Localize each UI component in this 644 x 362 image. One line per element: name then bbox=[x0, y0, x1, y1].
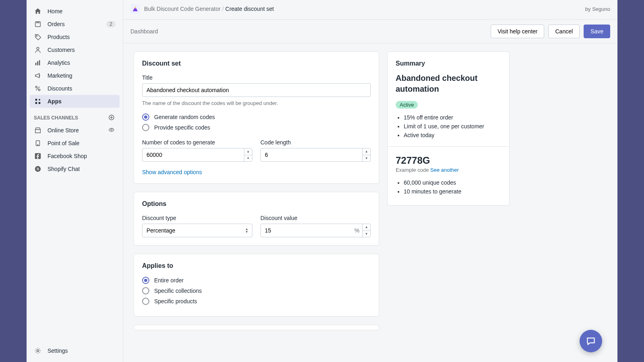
radio-provide-specific[interactable]: Provide specific codes bbox=[142, 124, 371, 131]
content: Discount set Title The name of the disco… bbox=[123, 43, 617, 362]
nav-settings[interactable]: Settings bbox=[30, 344, 120, 357]
nav-analytics[interactable]: Analytics bbox=[30, 56, 120, 69]
breadcrumb-page: Create discount set bbox=[225, 6, 274, 12]
save-button[interactable]: Save bbox=[584, 25, 610, 38]
radio-specific-products[interactable]: Specific products bbox=[142, 298, 371, 305]
add-channel-icon[interactable] bbox=[108, 114, 116, 121]
see-another-link[interactable]: See another bbox=[430, 167, 459, 173]
svg-point-12 bbox=[111, 129, 112, 131]
nav-discounts[interactable]: Discounts bbox=[30, 82, 120, 95]
example-code-label-text: Example code bbox=[396, 167, 429, 173]
example-code: 72778G bbox=[396, 155, 501, 166]
summary-heading: Summary bbox=[396, 60, 501, 67]
svg-rect-5 bbox=[39, 60, 40, 66]
nav-label: Analytics bbox=[47, 60, 70, 66]
actionbar: Dashboard Visit help center Cancel Save bbox=[123, 20, 617, 43]
breadcrumb-app[interactable]: Bulk Discount Code Generator bbox=[144, 6, 221, 12]
discount-set-card: Discount set Title The name of the disco… bbox=[134, 51, 379, 184]
summary-item: 60,000 unique codes bbox=[404, 179, 501, 186]
nav-label: Home bbox=[47, 8, 62, 14]
svg-point-1 bbox=[36, 35, 37, 36]
chat-bubble-icon bbox=[586, 336, 596, 346]
stepper-up-icon[interactable]: ▲ bbox=[244, 148, 252, 155]
help-fab[interactable] bbox=[580, 330, 602, 352]
section-title-text: SALES CHANNELS bbox=[34, 115, 78, 121]
home-icon bbox=[34, 7, 42, 15]
stepper-up-icon[interactable]: ▲ bbox=[363, 148, 370, 155]
num-codes-label: Number of codes to generate bbox=[142, 139, 252, 146]
svg-point-7 bbox=[39, 89, 40, 91]
svg-point-14 bbox=[37, 144, 38, 145]
stepper-up-icon[interactable]: ▲ bbox=[363, 224, 370, 231]
code-length-input[interactable] bbox=[260, 148, 371, 162]
app-logo-icon bbox=[130, 4, 140, 14]
nav-label: Shopify Chat bbox=[47, 166, 80, 172]
breadcrumb-separator: / bbox=[222, 6, 224, 12]
summary-item: 10 minutes to generate bbox=[404, 188, 501, 195]
main: Bulk Discount Code Generator / Create di… bbox=[123, 0, 617, 362]
tag-icon bbox=[34, 33, 42, 41]
nav-label: Settings bbox=[47, 348, 68, 354]
nav-orders[interactable]: Orders 2 bbox=[30, 18, 120, 31]
stepper-down-icon[interactable]: ▼ bbox=[363, 231, 370, 237]
num-codes-input[interactable] bbox=[142, 148, 252, 162]
megaphone-icon bbox=[34, 72, 42, 80]
nav-customers[interactable]: Customers bbox=[30, 43, 120, 56]
summary-item: Active today bbox=[404, 132, 501, 138]
dashboard-link[interactable]: Dashboard bbox=[130, 28, 158, 35]
discount-value-input[interactable] bbox=[260, 224, 371, 237]
radio-entire-order[interactable]: Entire order bbox=[142, 277, 371, 284]
orders-badge: 2 bbox=[106, 21, 116, 27]
advanced-options-link[interactable]: Show advanced options bbox=[142, 169, 202, 175]
svg-point-2 bbox=[37, 47, 39, 50]
nav-products[interactable]: Products bbox=[30, 31, 120, 43]
cancel-button[interactable]: Cancel bbox=[548, 25, 580, 38]
svg-point-20 bbox=[134, 7, 136, 8]
summary-card: Summary Abandoned checkout automation Ac… bbox=[387, 51, 510, 206]
svg-point-18 bbox=[37, 350, 39, 352]
svg-rect-4 bbox=[37, 61, 38, 65]
orders-icon bbox=[34, 20, 42, 28]
applies-to-heading: Applies to bbox=[142, 262, 371, 269]
gear-icon bbox=[34, 347, 42, 355]
svg-rect-8 bbox=[35, 99, 37, 101]
help-center-button[interactable]: Visit help center bbox=[491, 25, 544, 38]
code-length-label: Code length bbox=[260, 139, 371, 146]
radio-specific-collections[interactable]: Specific collections bbox=[142, 287, 371, 294]
code-length-stepper: ▲ ▼ bbox=[362, 148, 370, 161]
radio-label: Entire order bbox=[154, 277, 184, 284]
radio-icon bbox=[142, 113, 149, 121]
stepper-down-icon[interactable]: ▼ bbox=[244, 155, 252, 162]
summary-title: Abandoned checkout automation bbox=[396, 73, 501, 95]
nav-label: Online Store bbox=[47, 127, 79, 134]
summary-list-a: 15% off entire order Limit of 1 use, one… bbox=[396, 114, 501, 138]
summary-item: Limit of 1 use, one per customer bbox=[404, 123, 501, 130]
facebook-icon bbox=[34, 152, 42, 160]
nav-home[interactable]: Home bbox=[30, 5, 120, 18]
title-input[interactable] bbox=[142, 83, 371, 97]
eye-icon[interactable] bbox=[108, 127, 116, 134]
discount-set-heading: Discount set bbox=[142, 60, 371, 67]
nav-label: Apps bbox=[47, 98, 62, 105]
channel-facebook[interactable]: Facebook Shop bbox=[30, 150, 120, 162]
channel-shopify-chat[interactable]: S Shopify Chat bbox=[30, 162, 120, 175]
nav-label: Orders bbox=[47, 21, 65, 27]
svg-rect-9 bbox=[35, 102, 37, 104]
radio-generate-random[interactable]: Generate random codes bbox=[142, 113, 371, 121]
nav-label: Customers bbox=[47, 47, 75, 53]
sales-channels-heading: SALES CHANNELS bbox=[30, 108, 120, 124]
radio-icon bbox=[142, 277, 149, 284]
pos-icon bbox=[34, 139, 42, 147]
topbar: Bulk Discount Code Generator / Create di… bbox=[123, 0, 617, 20]
grid-plus-icon bbox=[34, 97, 42, 105]
nav-apps[interactable]: Apps bbox=[30, 95, 120, 108]
summary-list-b: 60,000 unique codes 10 minutes to genera… bbox=[396, 179, 501, 195]
nav-marketing[interactable]: Marketing bbox=[30, 69, 120, 82]
discount-value-label: Discount value bbox=[260, 215, 371, 221]
discount-type-select[interactable] bbox=[142, 224, 252, 237]
channel-online-store[interactable]: Online Store bbox=[30, 124, 120, 137]
options-heading: Options bbox=[142, 200, 371, 208]
channel-pos[interactable]: Point of Sale bbox=[30, 137, 120, 150]
stepper-down-icon[interactable]: ▼ bbox=[363, 155, 370, 162]
svg-text:S: S bbox=[37, 167, 39, 171]
